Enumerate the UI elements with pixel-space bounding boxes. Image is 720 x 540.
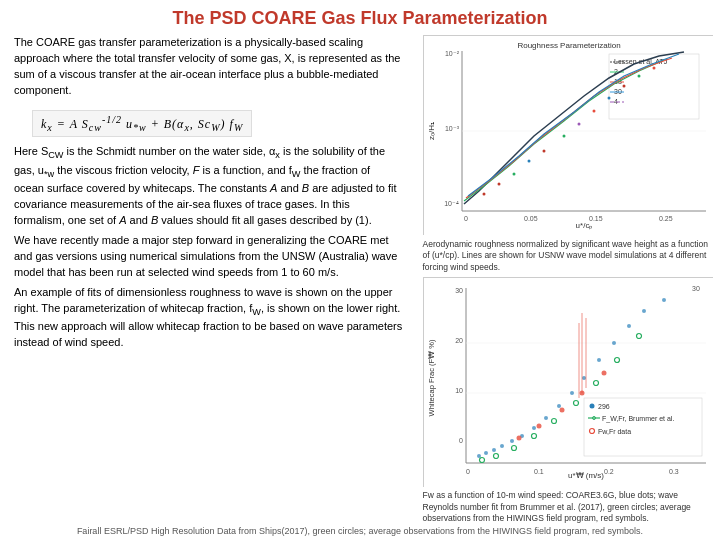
svg-point-73	[627, 324, 631, 328]
svg-rect-37	[424, 278, 714, 488]
svg-point-70	[582, 376, 586, 380]
page-title: The PSD COARE Gas Flux Parameterization	[0, 0, 720, 35]
svg-point-34	[622, 85, 625, 88]
svg-text:10⁻²: 10⁻²	[444, 50, 459, 57]
formula-block: kx = A Scw-1/2 u*w + B(αx, ScW) fW	[32, 110, 403, 137]
main-layout: The COARE gas transfer parameterization …	[0, 35, 720, 525]
svg-point-74	[642, 309, 646, 313]
body-para2: We have recently made a major step forwa…	[14, 233, 403, 281]
svg-text:0.25: 0.25	[659, 215, 673, 222]
svg-text:0.05: 0.05	[524, 215, 538, 222]
svg-point-26	[497, 183, 500, 186]
svg-point-30	[562, 135, 565, 138]
footer-text: Fairall ESRL/PSD High Resolution Data fr…	[0, 526, 720, 536]
svg-point-31	[577, 123, 580, 126]
svg-point-72	[612, 341, 616, 345]
svg-text:10⁻⁴: 10⁻⁴	[444, 200, 459, 207]
svg-point-87	[559, 408, 564, 413]
chart2-container: Whitecap Frac (F₩ %) u*₩ (m/s) 30 20 10 …	[423, 277, 713, 487]
svg-point-29	[542, 150, 545, 153]
svg-text:10: 10	[455, 387, 463, 394]
body-para3: An example of fits of dimensionless roug…	[14, 285, 403, 351]
svg-text:0: 0	[459, 437, 463, 444]
svg-point-75	[662, 298, 666, 302]
svg-text:0.15: 0.15	[589, 215, 603, 222]
svg-point-86	[536, 424, 541, 429]
intro-text: The COARE gas transfer parameterization …	[14, 35, 403, 99]
svg-text:30: 30	[455, 287, 463, 294]
svg-point-64	[510, 439, 514, 443]
svg-point-32	[592, 110, 595, 113]
svg-text:0.3: 0.3	[669, 468, 679, 475]
svg-point-61	[484, 451, 488, 455]
chart2-caption: Fw as a function of 10-m wind speed: COA…	[423, 490, 713, 524]
svg-text:u*₩ (m/s): u*₩ (m/s)	[568, 471, 604, 480]
svg-point-69	[570, 391, 574, 395]
chart1-svg: Roughness Parameterization z₀/H₁ u*/cₚ 1…	[424, 36, 714, 236]
svg-point-25	[482, 193, 485, 196]
right-column: Roughness Parameterization z₀/H₁ u*/cₚ 1…	[415, 35, 720, 525]
svg-text:Fw,Fr data: Fw,Fr data	[598, 428, 631, 435]
svg-text:0.2: 0.2	[604, 468, 614, 475]
svg-text:20: 20	[455, 337, 463, 344]
formula-display: kx = A Scw-1/2 u*w + B(αx, ScW) fW	[32, 110, 252, 137]
svg-text:F_W,Fr, Brummer et al.: F_W,Fr, Brummer et al.	[602, 415, 674, 423]
svg-point-71	[597, 358, 601, 362]
chart1-container: Roughness Parameterization z₀/H₁ u*/cₚ 1…	[423, 35, 713, 235]
svg-text:30: 30	[692, 285, 700, 292]
svg-point-33	[607, 97, 610, 100]
svg-point-89	[601, 371, 606, 376]
left-column: The COARE gas transfer parameterization …	[0, 35, 415, 525]
svg-text:0: 0	[466, 468, 470, 475]
svg-point-68	[557, 404, 561, 408]
svg-text:z₀/H₁: z₀/H₁	[427, 122, 436, 140]
svg-point-67	[544, 416, 548, 420]
svg-text:u*/cₚ: u*/cₚ	[575, 221, 592, 230]
svg-point-62	[492, 448, 496, 452]
svg-point-53	[589, 404, 594, 409]
svg-text:0.1: 0.1	[534, 468, 544, 475]
svg-point-66	[532, 426, 536, 430]
svg-text:Whitecap Frac (F₩ %): Whitecap Frac (F₩ %)	[427, 340, 436, 417]
body-para1: Here SCW is the Schmidt number on the wa…	[14, 144, 403, 229]
svg-text:10⁻³: 10⁻³	[444, 125, 459, 132]
svg-point-28	[527, 160, 530, 163]
chart1-caption: Aerodynamic roughness normalized by sign…	[423, 239, 713, 273]
svg-point-27	[512, 173, 515, 176]
svg-point-35	[637, 75, 640, 78]
body-text: Here SCW is the Schmidt number on the wa…	[14, 144, 403, 355]
svg-point-36	[652, 67, 655, 70]
svg-text:296: 296	[598, 403, 610, 410]
svg-point-63	[500, 444, 504, 448]
chart2-svg: Whitecap Frac (F₩ %) u*₩ (m/s) 30 20 10 …	[424, 278, 714, 488]
svg-text:Roughness Parameterization: Roughness Parameterization	[517, 41, 620, 50]
svg-point-85	[516, 436, 521, 441]
svg-text:0: 0	[464, 215, 468, 222]
